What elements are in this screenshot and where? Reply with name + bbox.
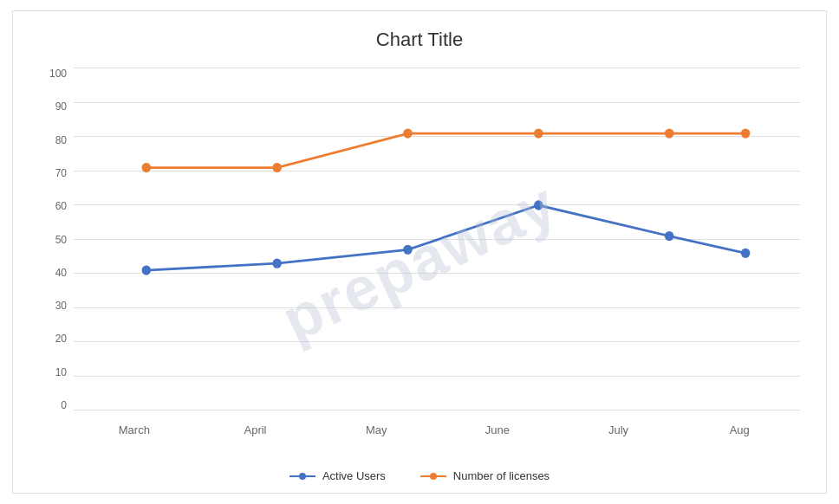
active-users-line	[146, 205, 745, 270]
y-label-0: 0	[61, 400, 67, 410]
x-label-may: May	[315, 423, 437, 436]
licenses-line	[146, 133, 745, 168]
licenses-dot-2	[272, 163, 281, 172]
users-dot-3	[403, 245, 412, 255]
y-label-90: 90	[55, 101, 67, 112]
chart-title: Chart Title	[13, 11, 826, 60]
users-dot-6	[741, 249, 750, 258]
legend-label-active-users: Active Users	[322, 469, 386, 482]
legend: Active Users Number of licenses	[13, 462, 826, 493]
licenses-dot-5	[665, 128, 673, 138]
legend-line-orange	[420, 475, 446, 477]
users-dot-5	[665, 231, 673, 241]
chart-container: Chart Title prepaway 0 10 20 30 40 50 60…	[12, 10, 827, 494]
licenses-dot-4	[534, 128, 543, 138]
licenses-dot-3	[403, 128, 412, 138]
y-label-40: 40	[55, 268, 67, 278]
chart-area: March April May June July Aug	[74, 68, 800, 462]
x-label-june: June	[437, 423, 558, 436]
y-label-30: 30	[55, 300, 67, 311]
users-dot-4	[534, 200, 543, 210]
users-dot-1	[142, 265, 151, 275]
y-label-10: 10	[55, 367, 67, 378]
chart-body: prepaway 0 10 20 30 40 50 60 70 80 90 10…	[13, 60, 826, 462]
legend-dot-orange	[430, 473, 437, 480]
y-label-20: 20	[55, 333, 67, 344]
licenses-dot-6	[741, 128, 750, 138]
users-dot-2	[272, 259, 281, 268]
y-label-70: 70	[55, 168, 67, 178]
x-label-july: July	[558, 423, 680, 436]
legend-item-licenses: Number of licenses	[420, 469, 550, 482]
x-label-april: April	[195, 423, 316, 436]
legend-dot-blue	[299, 473, 306, 480]
x-label-march: March	[74, 423, 195, 436]
y-label-80: 80	[55, 135, 67, 145]
y-label-60: 60	[55, 201, 67, 211]
legend-line-blue	[289, 475, 315, 477]
y-axis: 0 10 20 30 40 50 60 70 80 90 100	[13, 68, 74, 410]
x-axis: March April May June July Aug	[74, 423, 800, 436]
legend-label-licenses: Number of licenses	[453, 469, 550, 482]
chart-svg	[74, 68, 800, 410]
x-label-aug: Aug	[679, 423, 800, 436]
y-label-100: 100	[49, 68, 67, 79]
licenses-dot-1	[142, 163, 151, 172]
y-label-50: 50	[55, 235, 67, 245]
legend-item-active-users: Active Users	[289, 469, 386, 482]
